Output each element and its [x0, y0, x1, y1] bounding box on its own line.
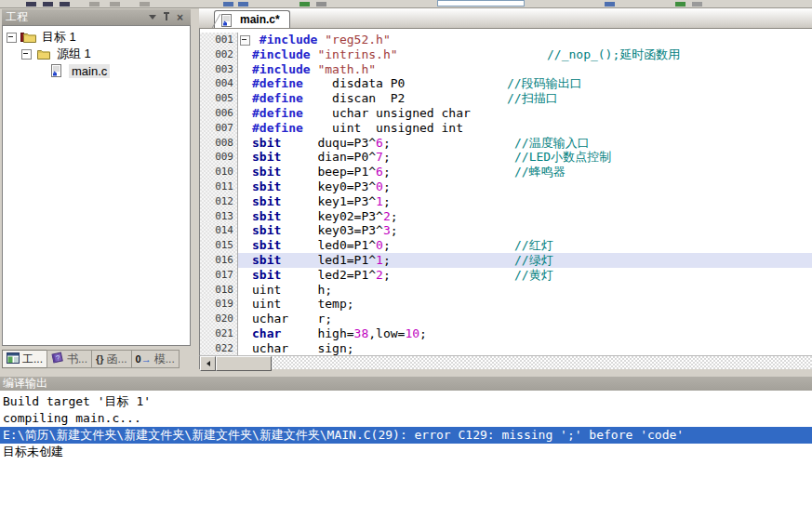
tree-item-label: 源组 1	[54, 46, 94, 62]
tree-item-main-c[interactable]: main.c	[3, 62, 190, 79]
project-panel-titlebar: 工程	[2, 9, 191, 25]
code-line: 003#include "math.h"	[200, 62, 812, 77]
code-text: #define disdata P0	[252, 76, 405, 90]
horizontal-scrollbar[interactable]	[199, 355, 812, 369]
code-comment: //蜂鸣器	[514, 165, 566, 179]
output-line[interactable]: 目标未创建	[0, 444, 812, 460]
scroll-left-arrow-icon[interactable]	[200, 356, 216, 371]
chevron-down-icon[interactable]	[145, 11, 159, 23]
output-line[interactable]: compiling main.c...	[0, 410, 812, 427]
code-line-content[interactable]: sbit key03=P3^3;	[238, 223, 812, 238]
code-text: #define uchar unsigned char	[252, 106, 471, 120]
code-text: sbit led2=P1^2;	[252, 268, 391, 282]
c-file-icon	[50, 64, 66, 77]
code-line-content[interactable]: sbit key0=P3^0;	[238, 179, 812, 194]
code-line-content[interactable]: sbit led1=P1^1;//绿灯	[238, 253, 812, 268]
code-line-content[interactable]: #define uchar unsigned char	[238, 106, 812, 121]
code-line-content[interactable]: sbit key1=P3^1;	[238, 194, 812, 209]
output-line[interactable]: E:\简历\新建文件夹\新建文件夹\新建文件夹\新建文件夹\MAIN.C(29)…	[0, 427, 812, 444]
editor-tab-main-c[interactable]: main.c*	[214, 10, 290, 28]
code-line-content[interactable]: #define discan P2//扫描口	[238, 91, 812, 106]
fold-collapse-icon[interactable]	[240, 35, 250, 46]
line-number: 019	[200, 297, 238, 312]
code-line-content[interactable]: #define uint unsigned int	[238, 121, 812, 136]
editor-tab-label: main.c*	[240, 13, 280, 26]
panel-tab-label: 函...	[107, 352, 127, 367]
line-number: 002	[200, 47, 238, 62]
line-number: 017	[200, 268, 238, 283]
toolbar-icon-fragment[interactable]	[89, 2, 100, 7]
code-line-content[interactable]: sbit led0=P1^0;//红灯	[238, 238, 812, 253]
code-line-content[interactable]: #define disdata P0//段码输出口	[238, 76, 812, 91]
line-number: 021	[200, 326, 238, 341]
code-line-content[interactable]: char high=38,low=10;	[238, 326, 812, 341]
toolbar-icon-fragment[interactable]	[692, 2, 702, 7]
toolbar-icon-fragment[interactable]	[140, 2, 150, 7]
toolbar-icon-fragment[interactable]	[675, 2, 686, 7]
line-number: 005	[200, 91, 238, 106]
code-text: #define discan P2	[252, 91, 405, 105]
output-line[interactable]: Build target '目标 1'	[0, 393, 812, 410]
code-line: 011sbit key0=P3^0;	[200, 179, 812, 194]
tree-expander-icon[interactable]	[7, 33, 17, 43]
code-line-content[interactable]: sbit dian=P0^7;//LED小数点控制	[238, 150, 812, 165]
panel-tab-functions[interactable]: {}函...	[91, 350, 132, 368]
build-output-title: 编译输出	[3, 377, 47, 390]
code-line-content[interactable]: sbit led2=P1^2;//黄灯	[238, 268, 812, 283]
code-text: sbit dian=P0^7;	[252, 150, 391, 164]
code-line-content[interactable]: uint h;	[238, 283, 812, 298]
code-line: 006#define uchar unsigned char	[200, 106, 812, 121]
panel-tab-templates[interactable]: 0→模...	[131, 350, 180, 368]
toolbar-icon-fragment[interactable]	[316, 2, 326, 7]
code-line: 013sbit key02=P3^2;	[200, 209, 812, 224]
project-panel-title: 工程	[6, 9, 28, 25]
code-line-content[interactable]: #include "reg52.h"	[238, 33, 812, 47]
code-line-content[interactable]: uchar sign;	[238, 341, 812, 355]
code-line-content[interactable]: sbit beep=P1^6;//蜂鸣器	[238, 165, 812, 179]
line-number: 011	[200, 179, 238, 194]
toolbar-icon-fragment[interactable]	[223, 2, 233, 7]
toolbar-icon-fragment[interactable]	[60, 2, 70, 7]
code-comment: //红灯	[514, 238, 553, 253]
code-line-content[interactable]: sbit duqu=P3^6;//温度输入口	[238, 136, 812, 151]
code-text: sbit key03=P3^3;	[252, 223, 398, 237]
editor-tabbar: main.c*	[199, 8, 812, 29]
code-editor[interactable]: 001 #include "reg52.h"002#include "intri…	[199, 29, 812, 355]
code-line: 015sbit led0=P1^0;//红灯	[200, 238, 812, 253]
line-number: 012	[200, 194, 238, 209]
toolbar-icon-fragment[interactable]	[238, 2, 248, 7]
code-line: 007#define uint unsigned int	[200, 121, 812, 136]
code-line-content[interactable]: uchar r;	[238, 312, 812, 326]
tree-item-target-1[interactable]: 目标 1	[3, 29, 190, 46]
tree-expander-icon[interactable]	[21, 49, 32, 60]
tree-item-source-group-1[interactable]: 源组 1	[3, 46, 190, 62]
panel-tab-project[interactable]: 工...	[2, 350, 47, 368]
line-number: 014	[200, 223, 238, 238]
pin-icon[interactable]	[159, 11, 173, 23]
close-icon[interactable]	[173, 11, 187, 23]
toolbar-icon-fragment[interactable]	[300, 2, 310, 7]
toolbar-icon-fragment[interactable]	[110, 2, 120, 7]
code-line: 017sbit led2=P1^2;//黄灯	[200, 268, 812, 283]
code-line-content[interactable]: #include "intrins.h"//_nop_();延时函数用	[238, 47, 812, 62]
toolbar-combobox-fragment[interactable]	[437, 0, 525, 7]
code-line-content[interactable]: #include "math.h"	[238, 62, 812, 77]
panel-tab-books[interactable]: ?书...	[47, 350, 92, 368]
code-line-content[interactable]: uint temp;	[238, 297, 812, 312]
toolbar-icon-fragment[interactable]	[43, 2, 53, 7]
line-number: 018	[200, 283, 238, 298]
line-number: 016	[200, 253, 238, 268]
toolbar-icon-fragment[interactable]	[605, 2, 615, 7]
code-line: 014sbit key03=P3^3;	[200, 223, 812, 238]
toolbar-icon-fragment[interactable]	[26, 2, 36, 7]
scrollbar-thumb[interactable]	[216, 356, 272, 371]
code-line: 004#define disdata P0//段码输出口	[200, 76, 812, 91]
code-line: 019uint temp;	[200, 297, 812, 312]
code-line-content[interactable]: sbit key02=P3^2;	[238, 209, 812, 224]
code-text: #include "intrins.h"	[252, 47, 398, 61]
keil-uvision-window: 工程 目标 1源组 1main.c 工...?书...{}函...0→模... …	[0, 0, 812, 518]
build-output-body: Build target '目标 1'compiling main.c...E:…	[0, 391, 812, 518]
line-number: 009	[200, 150, 238, 165]
books-icon: ?	[51, 352, 64, 366]
horizontal-splitter[interactable]	[0, 369, 812, 377]
